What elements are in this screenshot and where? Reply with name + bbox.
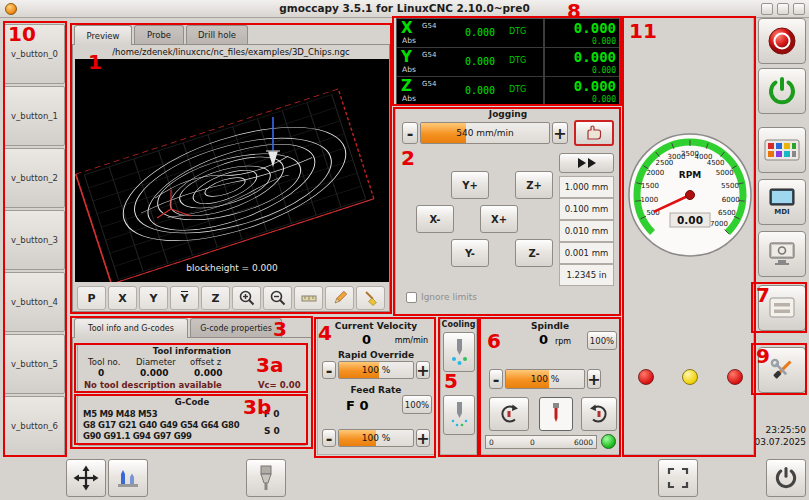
touch-off-button[interactable] — [108, 459, 148, 497]
gauge-rpm-label: RPM — [679, 170, 702, 180]
tab-probe[interactable]: Probe — [134, 25, 184, 44]
tool-drawer-icon — [767, 295, 797, 321]
sidebar-v-button-5[interactable]: v_button_5 — [3, 334, 65, 394]
shutdown-icon — [773, 465, 799, 491]
fullscreen-button[interactable] — [658, 459, 698, 497]
edit-gcode-button[interactable] — [325, 286, 354, 310]
feed-rate-title: Feed Rate — [318, 385, 434, 395]
sidebar-v-button-3[interactable]: v_button_3 — [3, 210, 65, 270]
tab-drill-hole[interactable]: Drill hole — [186, 25, 248, 44]
exit-button[interactable] — [766, 459, 806, 497]
jog-z-plus-button[interactable]: Z+ — [515, 171, 553, 199]
rapid-plus-button[interactable]: + — [416, 361, 430, 379]
jog-mode-button[interactable] — [574, 120, 614, 146]
jog-y-minus-button[interactable]: Y- — [451, 239, 489, 267]
dro-axis-letter: Y — [401, 48, 412, 66]
dro-panel: X G54 Abs 0.000 DTG 0.000 0.000 Y G54 Ab… — [396, 18, 620, 105]
manual-mode-button[interactable] — [66, 459, 106, 497]
y2-view-button[interactable]: Y — [170, 286, 199, 310]
dro-dtg-value: 0.000 — [592, 95, 616, 104]
dro-row-z[interactable]: Z G54 Abs 0.000 DTG 0.000 0.000 — [397, 77, 619, 105]
jog-speed-slider[interactable]: 540 mm/min — [420, 122, 550, 144]
val-tool-no: 0 — [98, 368, 104, 378]
machine-on-button[interactable] — [758, 68, 806, 114]
sidebar-v-button-6[interactable]: v_button_6 — [3, 396, 65, 456]
gremlin-3d-preview[interactable]: blockheight = 0.000 — [75, 59, 389, 282]
dimensions-icon — [300, 289, 318, 307]
sidebar-v-button-2[interactable]: v_button_2 — [3, 148, 65, 208]
jog-x-plus-button[interactable]: X+ — [480, 205, 518, 233]
sidebar-v-button-1[interactable]: v_button_1 — [3, 86, 65, 146]
jog-speed-minus-button[interactable]: - — [402, 122, 418, 144]
virtual-keyboard-button[interactable] — [758, 127, 806, 173]
window-close-button[interactable] — [793, 3, 805, 15]
clock: 23:25:50 03.07.2025 — [748, 424, 806, 448]
y-view-button[interactable]: Y — [139, 286, 168, 310]
jog-x-minus-button[interactable]: X- — [416, 205, 454, 233]
rapid-override-slider[interactable]: 100 % — [338, 361, 414, 379]
left-sidebar: v_button_0 v_button_1 v_button_2 v_butto… — [3, 24, 65, 458]
sidebar-v-button-4[interactable]: v_button_4 — [3, 272, 65, 332]
fullscreen-icon — [666, 466, 690, 490]
pencil-icon — [331, 289, 349, 307]
dro-abs-value: 0.000 — [465, 85, 495, 96]
jog-y-plus-button[interactable]: Y+ — [451, 171, 489, 199]
svg-text:7000: 7000 — [710, 220, 728, 228]
feed-100pct-button[interactable]: 100% — [402, 395, 432, 414]
ignore-limits-label: Ignore limits — [421, 292, 477, 302]
tab-gcode-properties[interactable]: G-code properties — [190, 318, 282, 337]
current-velocity-title: Current Velocity — [318, 321, 434, 331]
z-view-button[interactable]: Z — [201, 286, 230, 310]
spindle-ccw-button[interactable] — [489, 397, 529, 431]
increment-0.100mm[interactable]: 0.100 mm — [559, 198, 614, 220]
spindle-bar-current: 0 — [530, 438, 535, 447]
increment-1.000mm[interactable]: 1.000 mm — [559, 176, 614, 198]
increment-0.010mm[interactable]: 0.010 mm — [559, 220, 614, 242]
spindle-cw-button[interactable] — [581, 397, 617, 431]
spindle-plus-button[interactable]: + — [587, 369, 601, 389]
zoom-out-button[interactable] — [263, 286, 292, 310]
perspective-view-button[interactable]: P — [77, 286, 106, 310]
x-view-button[interactable]: X — [108, 286, 137, 310]
feed-plus-button[interactable]: + — [416, 429, 430, 447]
zoom-in-button[interactable] — [232, 286, 261, 310]
svg-text:5500: 5500 — [721, 182, 739, 190]
sidebar-v-button-0[interactable]: v_button_0 — [3, 24, 65, 84]
feed-override-slider[interactable]: 100 % — [338, 429, 414, 447]
clear-plot-button[interactable] — [356, 286, 385, 310]
tool-measure-button[interactable] — [246, 459, 286, 497]
tool-holder-icon — [254, 464, 278, 492]
gmoccapy-window: gmoccapy 3.5.1 for LinuxCNC 2.10.0~pre0 … — [0, 0, 809, 500]
settings-screen-button[interactable] — [758, 231, 806, 277]
mdi-button[interactable]: MDI — [758, 179, 806, 225]
increment-1.2345in[interactable]: 1.2345 in — [559, 264, 614, 286]
flood-coolant-button[interactable] — [443, 332, 475, 372]
increment-0.001mm[interactable]: 0.001 mm — [559, 242, 614, 264]
spindle-minus-button[interactable]: - — [489, 369, 503, 389]
setup-tools-button[interactable] — [758, 347, 806, 393]
tool-editor-button[interactable] — [758, 285, 806, 331]
spindle-stop-button[interactable] — [539, 397, 573, 431]
tab-preview[interactable]: Preview — [74, 25, 132, 45]
cooling-title: Cooling — [441, 320, 476, 329]
spindle-override-slider[interactable]: 100 % — [505, 369, 585, 389]
spindle-100pct-button[interactable]: 100% — [587, 331, 617, 350]
dimensions-button[interactable] — [294, 286, 323, 310]
estop-button[interactable] — [758, 18, 806, 64]
clock-date: 03.07.2025 — [748, 436, 806, 448]
ignore-limits-checkbox[interactable] — [406, 292, 417, 303]
dro-row-x[interactable]: X G54 Abs 0.000 DTG 0.000 0.000 — [397, 19, 619, 47]
power-icon — [767, 76, 797, 106]
fast-forward-button[interactable] — [559, 153, 614, 173]
rpm-gauge-panel: 5001000150020002500300035004000450050005… — [623, 17, 754, 455]
jog-speed-plus-button[interactable]: + — [552, 122, 568, 144]
window-maximize-button[interactable] — [777, 3, 789, 15]
window-minimize-button[interactable] — [761, 3, 773, 15]
jog-z-minus-button[interactable]: Z- — [515, 239, 553, 267]
rapid-minus-button[interactable]: - — [322, 361, 336, 379]
mist-coolant-button[interactable] — [443, 395, 475, 435]
dro-row-y[interactable]: Y G54 Abs 0.000 DTG 0.000 0.000 — [397, 48, 619, 76]
feed-minus-button[interactable]: - — [322, 429, 336, 447]
dro-main-value: 0.000 — [574, 78, 616, 94]
tab-tool-info[interactable]: Tool info and G-codes — [74, 318, 188, 338]
